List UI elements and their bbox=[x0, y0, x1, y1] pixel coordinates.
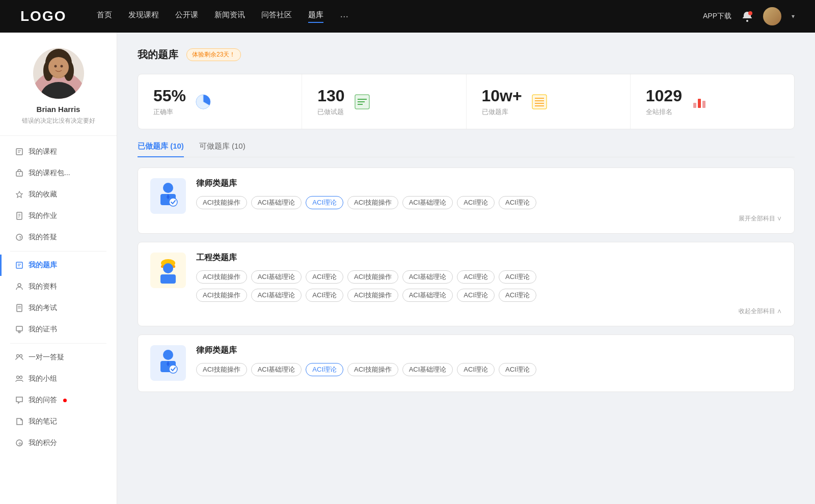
sidebar-item-cert[interactable]: 我的证书 bbox=[0, 319, 117, 340]
tag-item[interactable]: ACI技能操作 bbox=[347, 196, 398, 209]
sidebar-item-homework[interactable]: 我的作业 bbox=[0, 205, 117, 227]
expand-collapse-link[interactable]: 收起全部科目 ∧ bbox=[196, 307, 782, 316]
tag-item[interactable]: ACI技能操作 bbox=[347, 289, 398, 302]
content-header: 我的题库 体验剩余23天！ bbox=[138, 48, 795, 62]
tag-item[interactable]: ACI技能操作 bbox=[196, 270, 247, 284]
svg-rect-30 bbox=[16, 326, 22, 331]
qbank-tags-row: ACI技能操作 ACI基础理论 ACI理论 ACI技能操作 ACI基础理论 AC… bbox=[196, 196, 782, 209]
tag-item[interactable]: ACI理论 bbox=[457, 363, 495, 376]
tag-item[interactable]: ACI技能操作 bbox=[196, 363, 247, 376]
svg-rect-11 bbox=[16, 149, 22, 155]
sidebar-label: 我的证书 bbox=[29, 325, 57, 334]
sidebar-item-favorites[interactable]: 我的收藏 bbox=[0, 184, 117, 205]
pie-chart-icon bbox=[194, 93, 212, 111]
stat-label: 已做试题 bbox=[317, 107, 344, 117]
nav-item-qbank[interactable]: 题库 bbox=[308, 10, 323, 23]
nav-more[interactable]: ··· bbox=[340, 10, 348, 23]
sidebar-item-profile-data[interactable]: 我的资料 bbox=[0, 276, 117, 297]
tag-item[interactable]: ACI理论 bbox=[306, 289, 343, 302]
svg-point-36 bbox=[20, 376, 22, 379]
nav-item-home[interactable]: 首页 bbox=[97, 10, 112, 23]
svg-rect-49 bbox=[693, 103, 696, 108]
qbank-title: 工程类题库 bbox=[196, 253, 782, 263]
sidebar-label: 我的作业 bbox=[29, 211, 57, 220]
sidebar-item-answers[interactable]: ? 我的答疑 bbox=[0, 227, 117, 248]
svg-point-0 bbox=[746, 20, 748, 22]
tag-item[interactable]: ACI理论 bbox=[499, 270, 536, 284]
cert-icon bbox=[15, 325, 23, 333]
stat-done-banks: 10w+ 已做题库 bbox=[467, 74, 631, 129]
sidebar-label: 我的答疑 bbox=[29, 233, 57, 242]
tag-item[interactable]: ACI基础理论 bbox=[402, 289, 453, 302]
svg-rect-50 bbox=[698, 99, 701, 108]
sidebar-item-points[interactable]: 分 我的积分 bbox=[0, 432, 117, 454]
tag-item[interactable]: ACI理论 bbox=[457, 289, 495, 302]
expand-collapse-link[interactable]: 展开全部科目 ∨ bbox=[196, 214, 782, 223]
tag-item-active[interactable]: ACI理论 bbox=[306, 196, 343, 209]
user-avatar[interactable] bbox=[763, 7, 781, 25]
tag-item[interactable]: ACI技能操作 bbox=[196, 289, 247, 302]
tag-item[interactable]: ACI理论 bbox=[306, 270, 343, 284]
tag-item[interactable]: ACI基础理论 bbox=[251, 270, 302, 284]
stat-value: 10w+ bbox=[482, 87, 522, 105]
tag-item[interactable]: ACI基础理论 bbox=[402, 196, 453, 209]
page-title: 我的题库 bbox=[138, 48, 178, 62]
nav-item-qa[interactable]: 问答社区 bbox=[261, 10, 292, 23]
sidebar-label: 我的课程包... bbox=[29, 169, 70, 178]
question-icon: ? bbox=[15, 233, 23, 241]
tag-item[interactable]: ACI基础理论 bbox=[251, 196, 302, 209]
svg-rect-44 bbox=[532, 95, 547, 109]
tag-item[interactable]: ACI理论 bbox=[457, 196, 495, 209]
profile-name: Brian Harris bbox=[37, 105, 80, 114]
tag-item[interactable]: ACI技能操作 bbox=[347, 270, 398, 284]
sidebar-item-exam[interactable]: 我的考试 bbox=[0, 297, 117, 319]
sidebar-item-my-qa[interactable]: 我的问答 bbox=[0, 389, 117, 411]
list-check-icon bbox=[353, 93, 371, 111]
sidebar-item-course-package[interactable]: 我的课程包... bbox=[0, 162, 117, 184]
stat-value: 1029 bbox=[646, 87, 682, 105]
stats-row: 55% 正确率 130 已做试题 bbox=[138, 74, 795, 129]
qbank-card-lawyer-2: 律师类题库 ACI技能操作 ACI基础理论 ACI理论 ACI技能操作 ACI基… bbox=[138, 334, 795, 392]
tag-item[interactable]: ACI基础理论 bbox=[251, 363, 302, 376]
sidebar-label: 一对一答疑 bbox=[29, 353, 64, 362]
tag-item[interactable]: ACI基础理论 bbox=[251, 289, 302, 302]
nav-item-news[interactable]: 新闻资讯 bbox=[214, 10, 245, 23]
tag-item[interactable]: ACI理论 bbox=[499, 289, 536, 302]
user-dropdown-icon[interactable]: ▾ bbox=[792, 13, 795, 20]
nav-item-courses[interactable]: 发现课程 bbox=[128, 10, 159, 23]
stat-ranking: 1029 全站排名 bbox=[631, 74, 794, 129]
lawyer-svg-icon-2 bbox=[155, 348, 181, 378]
app-download-link[interactable]: APP下载 bbox=[703, 12, 731, 21]
stat-label: 全站排名 bbox=[646, 107, 682, 117]
navbar-right: APP下载 ▾ bbox=[703, 7, 795, 25]
svg-rect-51 bbox=[702, 101, 705, 108]
sidebar-item-my-course[interactable]: 我的课程 bbox=[0, 141, 117, 162]
nav-item-open[interactable]: 公开课 bbox=[175, 10, 198, 23]
tab-done-banks[interactable]: 已做题库 (10) bbox=[138, 142, 184, 157]
sidebar-item-group[interactable]: 我的小组 bbox=[0, 368, 117, 389]
oneone-icon bbox=[15, 353, 23, 361]
tag-item[interactable]: ACI理论 bbox=[457, 270, 495, 284]
tag-item[interactable]: ACI技能操作 bbox=[347, 363, 398, 376]
tag-item[interactable]: ACI理论 bbox=[499, 196, 536, 209]
package-icon bbox=[15, 169, 23, 177]
bell-icon[interactable] bbox=[742, 11, 753, 22]
sidebar-item-notes[interactable]: 我的笔记 bbox=[0, 411, 117, 432]
svg-text:分: 分 bbox=[18, 442, 22, 445]
lawyer-svg-icon bbox=[155, 181, 181, 211]
engineer-svg-icon bbox=[155, 255, 181, 286]
svg-point-34 bbox=[20, 355, 22, 357]
sidebar-item-oneone[interactable]: 一对一答疑 bbox=[0, 347, 117, 368]
tag-item[interactable]: ACI理论 bbox=[499, 363, 536, 376]
tag-item[interactable]: ACI基础理论 bbox=[402, 270, 453, 284]
svg-point-26 bbox=[18, 284, 21, 287]
tag-item[interactable]: ACI技能操作 bbox=[196, 196, 247, 209]
svg-rect-23 bbox=[16, 262, 22, 268]
qbank-card-body: 律师类题库 ACI技能操作 ACI基础理论 ACI理论 ACI技能操作 ACI基… bbox=[196, 178, 782, 223]
sidebar-item-qbank[interactable]: 我的题库 bbox=[0, 255, 117, 276]
tag-item[interactable]: ACI基础理论 bbox=[402, 363, 453, 376]
svg-point-8 bbox=[48, 57, 69, 77]
tab-available-banks[interactable]: 可做题库 (10) bbox=[199, 142, 246, 157]
sidebar: Brian Harris 错误的决定比没有决定要好 我的课程 我的课程包... bbox=[0, 33, 117, 504]
tag-item-active[interactable]: ACI理论 bbox=[306, 363, 343, 376]
